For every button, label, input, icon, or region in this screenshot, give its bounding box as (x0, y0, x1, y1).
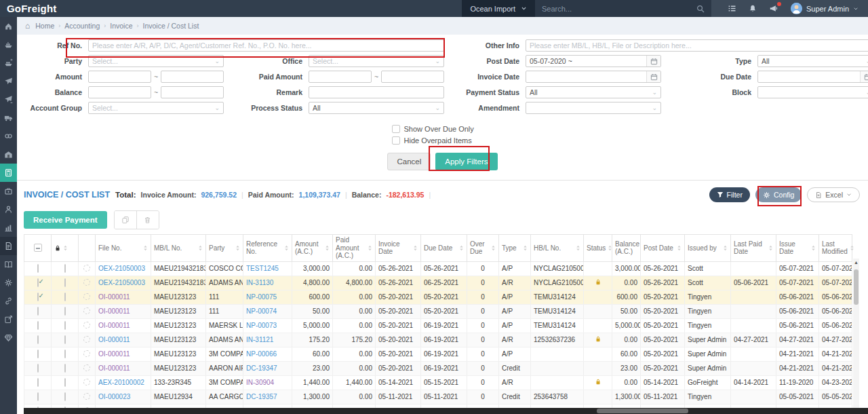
row-select-checkbox[interactable] (37, 350, 39, 358)
row-lock-checkbox[interactable] (64, 293, 66, 301)
column-header-issued_by[interactable]: Issued by (685, 235, 731, 262)
file-no-link[interactable]: OI-000023 (98, 393, 130, 400)
row-lock-checkbox[interactable] (64, 392, 66, 401)
receive-payment-button[interactable]: Receive Payment (24, 211, 107, 229)
delete-button[interactable] (136, 211, 159, 229)
global-search[interactable]: Search... (535, 0, 711, 17)
sidebar-item-settings[interactable] (0, 274, 17, 292)
column-header-amount[interactable]: Amount (A.C.) (292, 235, 333, 262)
sidebar-item-air-export[interactable] (0, 90, 17, 109)
party-select[interactable]: Select...⌄ (88, 55, 224, 67)
block-select[interactable]: ⌄ (757, 86, 868, 98)
breadcrumb-accounting[interactable]: Accounting (64, 22, 100, 30)
breadcrumb-invoice[interactable]: Invoice (110, 22, 132, 30)
reference-no-link[interactable]: IN-30904 (246, 379, 274, 386)
paid-amount-from-input[interactable] (309, 71, 372, 83)
reference-no-link[interactable]: NP-00074 (246, 307, 277, 315)
announcements-button[interactable] (769, 4, 778, 13)
notifications-button[interactable] (749, 4, 757, 13)
calendar-icon[interactable] (646, 56, 660, 67)
excel-export-button[interactable]: Excel (807, 187, 860, 202)
paid-amount-to-input[interactable] (381, 71, 444, 83)
reference-no-link[interactable]: TEST1245 (246, 265, 279, 272)
reference-no-link[interactable]: NP-00075 (246, 293, 277, 301)
sidebar-item-crm[interactable] (0, 200, 17, 219)
file-no-link[interactable]: OI-000011 (98, 322, 130, 329)
column-header-issue_date[interactable]: Issue Date (776, 235, 819, 262)
vertical-scrollbar[interactable]: ▲ (853, 259, 859, 413)
sidebar-item-trucking[interactable] (0, 109, 17, 127)
file-no-link[interactable]: OEX-21050003 (98, 279, 145, 286)
column-header-dot[interactable] (79, 235, 96, 262)
sidebar-item-tariff[interactable] (0, 255, 17, 274)
column-header-party[interactable]: Party (206, 235, 243, 262)
module-selector[interactable]: Ocean Import (462, 0, 535, 17)
sidebar-item-ocean-import[interactable] (0, 35, 17, 54)
cancel-button[interactable]: Cancel (387, 153, 431, 170)
column-header-lockcol[interactable] (52, 235, 79, 262)
row-lock-checkbox[interactable] (64, 350, 66, 358)
column-header-post_date[interactable]: Post Date (641, 235, 685, 262)
sidebar-item-reports[interactable] (0, 219, 17, 237)
office-select[interactable]: Select...⌄ (309, 55, 444, 67)
reference-no-link[interactable]: NP-00066 (246, 350, 277, 358)
due-date-input[interactable] (757, 71, 868, 83)
sidebar-item-air-import[interactable] (0, 72, 17, 90)
horizontal-scrollbar[interactable] (24, 408, 868, 414)
column-header-file_no[interactable]: File No. (96, 235, 151, 262)
column-header-sel[interactable] (24, 235, 52, 262)
other-info-input[interactable] (526, 39, 868, 52)
column-header-over_due[interactable]: Over Due (467, 235, 499, 262)
hide-overpaid-checkbox[interactable] (392, 136, 400, 145)
sidebar-item-sales[interactable] (0, 182, 17, 200)
amendment-select[interactable]: ⌄ (526, 102, 661, 114)
row-lock-checkbox[interactable] (64, 321, 66, 330)
column-header-invoice_date[interactable]: Invoice Date (376, 235, 421, 262)
post-date-input[interactable]: 05-07-2020 ~ (526, 55, 661, 67)
amount-to-input[interactable] (161, 71, 224, 83)
row-select-checkbox[interactable] (37, 307, 39, 316)
row-lock-checkbox[interactable] (64, 335, 66, 344)
account-group-select[interactable]: Select...⌄ (88, 102, 224, 114)
reference-no-link[interactable]: DC-19347 (246, 364, 277, 372)
scroll-up-arrow[interactable]: ▲ (853, 259, 859, 265)
sidebar-item-quotation[interactable] (0, 237, 17, 255)
row-select-checkbox[interactable] (37, 392, 39, 401)
file-no-link[interactable]: OI-000011 (98, 350, 130, 358)
column-header-mbl_no[interactable]: MB/L No. (151, 235, 206, 262)
file-no-link[interactable]: OI-000011 (98, 364, 130, 372)
filter-button[interactable]: Filter (709, 187, 750, 202)
column-header-paid_amount[interactable]: Paid Amount (A.C.) (333, 235, 376, 262)
column-header-due_date[interactable]: Due Date (421, 235, 467, 262)
column-header-type[interactable]: Type (499, 235, 531, 262)
vertical-scroll-thumb[interactable] (854, 269, 859, 305)
column-header-ref_no[interactable]: Reference No. (243, 235, 292, 262)
calendar-icon[interactable] (646, 71, 660, 82)
row-lock-checkbox[interactable] (64, 307, 66, 316)
reference-no-link[interactable]: IN-31130 (246, 279, 273, 286)
column-header-last_paid_date[interactable]: Last Paid Date (731, 235, 776, 262)
ref-no-input[interactable] (88, 39, 444, 52)
file-no-link[interactable]: OI-000011 (98, 307, 130, 315)
sidebar-item-accounting[interactable] (0, 164, 17, 182)
select-all-checkbox[interactable] (34, 244, 42, 252)
sidebar-item-ocean-export[interactable] (0, 54, 17, 72)
sidebar-item-share[interactable] (0, 310, 17, 328)
row-lock-checkbox[interactable] (64, 264, 66, 273)
row-select-checkbox[interactable] (37, 378, 39, 387)
column-header-status[interactable]: Status (584, 235, 612, 262)
reference-no-link[interactable]: IN-31121 (246, 336, 273, 343)
invoice-date-input[interactable] (526, 71, 661, 83)
horizontal-scroll-thumb[interactable] (597, 409, 688, 413)
payment-status-select[interactable]: All⌄ (526, 86, 661, 98)
column-header-hbl_no[interactable]: HB/L No. (531, 235, 584, 262)
file-no-link[interactable]: OI-000011 (98, 293, 130, 301)
sidebar-item-rewards[interactable] (0, 328, 17, 347)
file-no-link[interactable]: OEX-21050003 (98, 265, 145, 272)
user-menu[interactable]: Super Admin (791, 3, 859, 14)
type-select[interactable]: All⌄ (757, 55, 868, 67)
row-select-checkbox[interactable] (37, 293, 39, 301)
copy-button[interactable] (115, 211, 136, 229)
row-lock-checkbox[interactable] (64, 364, 66, 373)
row-select-checkbox[interactable] (37, 364, 39, 373)
